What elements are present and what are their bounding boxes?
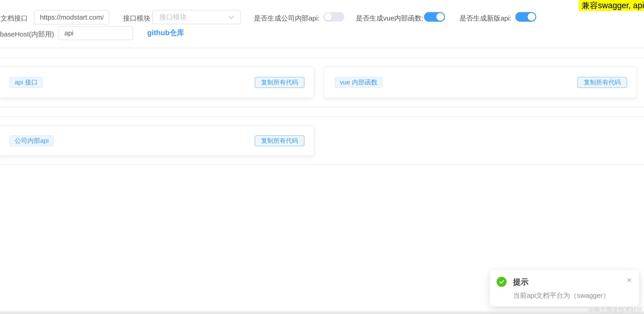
switch-vue-func-label: 是否生成vue内部函数: (356, 14, 424, 23)
switch-new-api-label: 是否生成新版api: (460, 14, 512, 23)
divider (0, 48, 644, 48)
chevron-down-icon (228, 13, 234, 19)
doc-api-input[interactable] (34, 10, 109, 24)
toast-message: 当前api文档平台为（swagger） (513, 291, 610, 300)
doc-api-label: 文档接口 (0, 14, 28, 23)
divider (0, 58, 644, 58)
base-host-label: baseHost(内部用) (0, 30, 54, 39)
switch-knob (324, 13, 332, 21)
card-tag: api 接口 (10, 77, 43, 88)
copy-all-code-button[interactable]: 复制所有代码 (577, 77, 627, 88)
github-repo-link[interactable]: github仓库 (147, 28, 184, 38)
module-select-placeholder: 接口模块 (153, 12, 229, 22)
switch-knob (436, 13, 444, 21)
divider (0, 116, 644, 117)
card-vue-internal: vue 内部函数 复制所有代码 (324, 67, 637, 98)
module-select[interactable]: 接口模块 (152, 10, 241, 24)
divider (0, 164, 644, 164)
bottom-scroll-fade (0, 310, 644, 314)
copy-all-code-button[interactable]: 复制所有代码 (255, 135, 304, 146)
switch-new-api[interactable] (515, 12, 536, 22)
divider (0, 106, 644, 107)
base-host-input[interactable] (58, 26, 133, 40)
copy-all-code-button[interactable]: 复制所有代码 (255, 77, 304, 88)
compatibility-banner: 兼容swagger, apifox (579, 0, 644, 11)
page: 兼容swagger, apifox 文档接口 接口模块 接口模块 是否生成公司内… (0, 0, 644, 314)
card-api-interface: api 接口 复制所有代码 (0, 67, 314, 98)
success-check-icon (496, 277, 506, 287)
switch-company-api[interactable] (323, 12, 344, 22)
card-company-api: 公司内部api 复制所有代码 (0, 126, 314, 156)
card-tag: 公司内部api (10, 135, 54, 146)
module-label: 接口模块 (123, 14, 150, 23)
card-tag: vue 内部函数 (335, 77, 382, 88)
switch-vue-func[interactable] (424, 12, 445, 22)
toast-notification: 提示 当前api文档平台为（swagger） × (490, 270, 639, 306)
close-icon[interactable]: × (627, 276, 632, 284)
toast-title: 提示 (513, 277, 528, 287)
switch-knob (528, 13, 535, 21)
switch-company-api-label: 是否生成公司内部api: (254, 14, 320, 23)
